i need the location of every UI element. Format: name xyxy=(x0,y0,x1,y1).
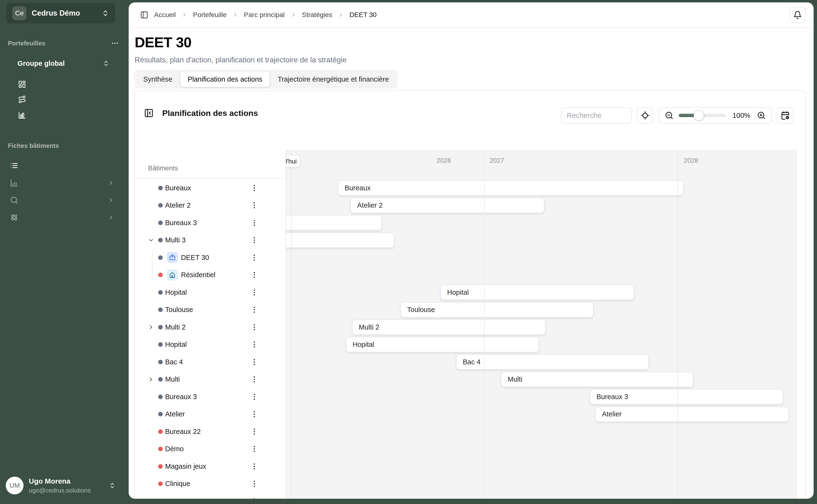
buildings-section-header: Fiches bâtiments xyxy=(8,140,119,151)
tab-planification-des-actions[interactable]: Planification des actions xyxy=(180,72,270,87)
gantt-row-bureaux-3[interactable]: Bureaux 3 xyxy=(135,388,286,405)
gantt-bar-hopital[interactable]: Hopital xyxy=(346,337,539,352)
gantt-row-r-sidentiel[interactable]: Résidentiel xyxy=(135,266,286,284)
gantt-row-bureaux[interactable]: Bureaux xyxy=(135,179,286,197)
collapse-row-button[interactable] xyxy=(147,237,155,244)
sidebar-item-gestion-de-l-nergie[interactable] xyxy=(10,211,114,223)
zoom-slider[interactable] xyxy=(679,114,726,117)
sidebar-item-strat-gies[interactable] xyxy=(18,93,114,105)
row-menu-button[interactable] xyxy=(251,183,258,193)
tab-synth-se[interactable]: Synthèse xyxy=(136,72,180,87)
panel-left-close-icon xyxy=(144,108,154,118)
gantt-row-atelier-2[interactable]: Atelier 2 xyxy=(135,197,286,214)
zoom-in-icon[interactable] xyxy=(757,111,766,120)
search-input[interactable] xyxy=(567,111,626,120)
sidebar-item-liste-des-actifs[interactable] xyxy=(10,160,114,172)
breadcrumb-item[interactable]: Accueil xyxy=(154,11,176,19)
bar-label: Hopital xyxy=(353,341,374,348)
gantt-row-bureau-m[interactable]: Bureau M xyxy=(135,492,286,499)
row-menu-button[interactable] xyxy=(251,235,258,245)
status-dot xyxy=(158,429,163,434)
row-label: Multi 2 xyxy=(165,323,186,331)
gantt-bar[interactable] xyxy=(286,233,394,248)
org-switcher[interactable]: Ce Cedrus Démo xyxy=(6,2,116,24)
chevron-right-icon xyxy=(108,197,114,204)
gantt-row-hopital[interactable]: Hopital xyxy=(135,336,286,353)
gantt-row-hopital[interactable]: Hopital xyxy=(135,284,286,301)
gantt-bar-atelier-2[interactable]: Atelier 2 xyxy=(350,198,544,213)
gantt-toolbar: 100% xyxy=(561,107,793,124)
gantt-bar-multi[interactable]: Multi xyxy=(501,372,693,387)
status-dot xyxy=(158,464,163,469)
breadcrumb-item[interactable]: DEET 30 xyxy=(349,11,377,19)
breadcrumb-item[interactable]: Portefeuille xyxy=(193,11,227,19)
locate-button[interactable] xyxy=(637,107,653,124)
search-icon xyxy=(10,196,18,204)
portfolio-selector[interactable]: Groupe global xyxy=(18,57,109,70)
sidebar-item-fiabilit-[interactable] xyxy=(18,109,114,121)
gantt-row-deet-30[interactable]: DEET 30 xyxy=(135,249,286,266)
row-menu-button[interactable] xyxy=(251,392,258,402)
tab-trajectoire-nerg-tique-et-financi-re[interactable]: Trajectoire énergétique et financière xyxy=(270,72,396,87)
row-label: Atelier xyxy=(165,410,185,418)
gantt-row-magasin-jeux[interactable]: Magasin jeux xyxy=(135,458,286,475)
gantt-row-multi-2[interactable]: Multi 2 xyxy=(135,318,286,336)
breadcrumb-item[interactable]: Parc principal xyxy=(244,11,285,19)
row-menu-button[interactable] xyxy=(251,409,258,419)
row-menu-button[interactable] xyxy=(251,322,258,332)
row-menu-button[interactable] xyxy=(251,375,258,384)
panel-collapse-button[interactable] xyxy=(144,108,154,118)
row-menu-button[interactable] xyxy=(251,305,258,315)
gantt-bar-bureaux[interactable]: Bureaux xyxy=(338,180,684,196)
ellipsis-icon[interactable] xyxy=(111,39,119,47)
row-menu-button[interactable] xyxy=(251,253,258,262)
expand-row-button[interactable] xyxy=(147,324,155,330)
row-label: Démo xyxy=(165,445,184,453)
row-menu-button[interactable] xyxy=(251,340,258,349)
gantt-row-toulouse[interactable]: Toulouse xyxy=(135,301,286,318)
gantt-row-bureaux-22[interactable]: Bureaux 22 xyxy=(135,423,286,440)
gantt-bar-atelier[interactable]: Atelier xyxy=(595,407,789,422)
row-menu-button[interactable] xyxy=(251,288,258,297)
row-menu-button[interactable] xyxy=(251,444,258,454)
row-menu-button[interactable] xyxy=(251,462,258,471)
breadcrumb-item[interactable]: Stratégies xyxy=(302,11,332,19)
status-dot xyxy=(158,377,163,382)
gantt-row-multi-3[interactable]: Multi 3 xyxy=(135,232,286,249)
gantt-row-multi[interactable]: Multi xyxy=(135,371,286,388)
row-menu-button[interactable] xyxy=(251,479,258,489)
gantt-bar-hopital[interactable]: Hopital xyxy=(440,285,634,300)
sidebar-item-diagnostic[interactable] xyxy=(10,177,114,189)
row-menu-button[interactable] xyxy=(251,201,258,210)
gantt-bar-toulouse[interactable]: Toulouse xyxy=(400,302,594,318)
gantt-bar-bac-4[interactable]: Bac 4 xyxy=(456,354,649,370)
row-menu-button[interactable] xyxy=(251,218,258,228)
row-menu-button[interactable] xyxy=(251,357,258,367)
briefcase-icon xyxy=(169,254,176,261)
gantt-bar-multi-2[interactable]: Multi 2 xyxy=(352,319,546,335)
row-label: Multi 3 xyxy=(165,236,186,244)
year-gridline xyxy=(484,150,485,499)
gantt-row-clinique[interactable]: Clinique xyxy=(135,475,286,492)
gantt-row-bac-4[interactable]: Bac 4 xyxy=(135,353,286,371)
zoom-out-icon[interactable] xyxy=(665,111,673,120)
row-menu-button[interactable] xyxy=(251,427,258,436)
sidebar-item-vue-d-ensemble[interactable] xyxy=(18,78,114,90)
gantt-bar-bureaux-3[interactable]: Bureaux 3 xyxy=(590,389,783,404)
chart-frame-icon xyxy=(18,111,26,119)
expand-row-button[interactable] xyxy=(147,376,155,383)
sidebar-item--tude[interactable] xyxy=(10,194,114,206)
user-menu[interactable]: UM Ugo Morena ugo@cedrus.solutions xyxy=(6,472,116,499)
row-menu-button[interactable] xyxy=(251,270,258,280)
gantt-row-d-mo[interactable]: Démo xyxy=(135,440,286,458)
gantt-row-atelier[interactable]: Atelier xyxy=(135,406,286,423)
calendar-settings-button[interactable] xyxy=(777,107,793,124)
gantt-bar[interactable] xyxy=(286,215,382,230)
row-menu-button[interactable] xyxy=(251,496,258,499)
bar-label: Atelier 2 xyxy=(357,201,383,209)
chevron-right-icon xyxy=(181,12,187,18)
gantt-row-bureaux-3[interactable]: Bureaux 3 xyxy=(135,214,286,231)
notifications-button[interactable] xyxy=(790,7,805,23)
panel-left-icon[interactable] xyxy=(140,11,148,19)
zoom-slider-thumb[interactable] xyxy=(694,110,704,121)
